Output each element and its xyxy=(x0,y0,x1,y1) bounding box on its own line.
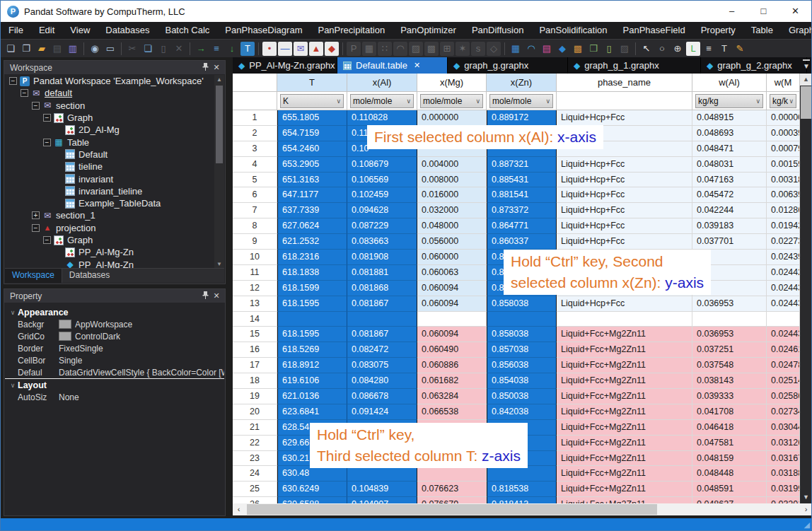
cell-wM-row-23[interactable]: 0.031676 xyxy=(767,451,800,467)
cell-xZn-row-6[interactable]: 0.881541 xyxy=(487,187,557,203)
scroll-left-icon[interactable]: ‹ xyxy=(233,503,245,515)
property-value[interactable]: Single xyxy=(59,356,82,366)
tree-item-example-tabledata[interactable]: Example_TableData xyxy=(5,197,214,209)
menu-panoptimizer[interactable]: PanOptimizer xyxy=(393,22,464,39)
cell-T-row-2[interactable]: 654.7159 xyxy=(277,126,347,141)
pointer-icon[interactable]: ↖ xyxy=(639,42,654,56)
line-calculation-icon[interactable]: ― xyxy=(278,42,292,56)
menu-panphasefield[interactable]: PanPhaseField xyxy=(615,22,693,39)
cell-T-row-25[interactable]: 630.6249 xyxy=(277,482,347,497)
cell-xAl-row-17[interactable]: 0.083075 xyxy=(347,358,417,373)
cell-wAl-row-8[interactable]: 0.039183 xyxy=(692,218,767,234)
scroll-thumb[interactable] xyxy=(801,86,811,119)
copy-icon[interactable]: ❏ xyxy=(141,42,155,56)
cell-xAl-row-5[interactable]: 0.106569 xyxy=(347,173,417,188)
curve-family-icon[interactable]: ◠ xyxy=(393,42,407,56)
cell-xZn-row-25[interactable]: 0.818538 xyxy=(487,482,557,497)
cell-T-row-24[interactable]: 630.48 xyxy=(277,466,347,482)
color-map-icon[interactable]: ▤ xyxy=(540,42,554,56)
cell-T-row-26[interactable]: 630.6588 xyxy=(277,497,347,503)
cell-xAl-row-9[interactable]: 0.083663 xyxy=(347,234,417,250)
cell-xMg-row-13[interactable]: 0.060094 xyxy=(417,296,487,312)
tree-item-pandat-workspace-example-workspace[interactable]: −PPandat Workspace 'Example_Workspace' xyxy=(5,75,214,87)
scroll-up-icon[interactable]: ▲ xyxy=(214,75,224,84)
cell-num-row-12[interactable]: 12 xyxy=(233,281,277,296)
new-file-icon[interactable]: ❏ xyxy=(4,42,18,56)
cell-xMg-row-15[interactable]: 0.060094 xyxy=(417,327,487,342)
property-section-appearance[interactable]: ∨Appearance xyxy=(5,306,224,318)
cell-wAl-row-13[interactable]: 0.036953 xyxy=(692,296,767,312)
cell-xZn-row-26[interactable]: 0.818413 xyxy=(487,497,557,503)
menu-file[interactable]: File xyxy=(1,22,31,39)
cell-phase-row-24[interactable]: Liquid+Fcc+Mg2Zn11 xyxy=(557,466,692,482)
maximize-icon[interactable]: □ xyxy=(748,1,779,22)
cell-xMg-row-12[interactable]: 0.060094 xyxy=(417,281,487,296)
cell-xMg-row-17[interactable]: 0.060886 xyxy=(417,358,487,373)
menu-panprecipitation[interactable]: PanPrecipitation xyxy=(310,22,393,39)
cell-wM-row-3[interactable]: 0.000796 xyxy=(767,141,800,157)
cell-T-row-4[interactable]: 653.2905 xyxy=(277,157,347,173)
cell-num-row-19[interactable]: 19 xyxy=(233,389,277,404)
cell-T-row-15[interactable]: 618.1595 xyxy=(277,327,347,342)
expander-icon[interactable]: − xyxy=(9,77,17,85)
cell-wAl-row-15[interactable]: 0.036953 xyxy=(692,327,767,342)
column-header-xZn[interactable]: x(Zn) xyxy=(487,74,557,92)
tree-item-tieline[interactable]: tieline xyxy=(5,161,214,173)
cell-num-row-21[interactable]: 21 xyxy=(233,420,277,436)
cell-phase-row-15[interactable]: Liquid+Fcc+Mg2Zn11 xyxy=(557,327,692,342)
cell-xZn-row-14[interactable] xyxy=(487,312,557,327)
cell-xMg-row-7[interactable]: 0.032000 xyxy=(417,203,487,218)
expander-icon[interactable]: − xyxy=(43,236,51,244)
cell-phase-row-1[interactable]: Liquid+Hcp+Fcc xyxy=(557,110,692,126)
cell-T-row-8[interactable]: 627.0624 xyxy=(277,218,347,234)
tab-workspace[interactable]: Workspace xyxy=(5,269,62,283)
unit-select-wAl[interactable]: kg/kg∨ xyxy=(695,94,763,108)
cell-phase-row-19[interactable]: Liquid+Fcc+Mg2Zn11 xyxy=(557,389,692,404)
vertical-scrollbar[interactable]: ▲ ▼ xyxy=(800,74,812,503)
cell-wM-row-12[interactable]: 0.024434 xyxy=(767,281,800,296)
cell-phase-row-6[interactable]: Liquid+Hcp+Fcc xyxy=(557,187,692,203)
cell-xZn-row-15[interactable]: 0.858038 xyxy=(487,327,557,342)
resize-grip-icon[interactable]: ◢ xyxy=(804,520,810,530)
cell-wAl-row-23[interactable]: 0.048159 xyxy=(692,451,767,467)
print-preview-icon[interactable]: ◉ xyxy=(88,42,102,56)
cell-wM-row-2[interactable]: 0.000398 xyxy=(767,126,800,141)
print-icon[interactable]: ▭ xyxy=(103,42,117,56)
cell-num-row-16[interactable]: 16 xyxy=(233,342,277,358)
diffusion-grid-icon[interactable]: ▩ xyxy=(424,42,439,56)
cell-T-row-9[interactable]: 621.2532 xyxy=(277,234,347,250)
load-result-icon[interactable]: ↓ xyxy=(225,42,239,56)
cell-phase-row-20[interactable]: Liquid+Fcc+Mg2Zn11 xyxy=(557,404,692,420)
cell-T-row-6[interactable]: 647.1177 xyxy=(277,187,347,203)
column-header-wAl[interactable]: w(Al) xyxy=(692,74,767,92)
cell-wAl-row-5[interactable]: 0.047163 xyxy=(692,173,767,188)
cell-num-row-25[interactable]: 25 xyxy=(233,482,277,497)
cell-xZn-row-8[interactable]: 0.864771 xyxy=(487,218,557,234)
close-panel-icon[interactable]: ✕ xyxy=(211,291,222,300)
expander-icon[interactable]: − xyxy=(43,114,51,122)
cell-T-row-18[interactable]: 619.6106 xyxy=(277,373,347,389)
cell-wM-row-25[interactable]: 0.031990 xyxy=(767,482,800,497)
tab-databases[interactable]: Databases xyxy=(62,269,117,283)
cell-num-row-26[interactable]: 26 xyxy=(233,497,277,503)
unit-select-xAl[interactable]: mole/mole∨ xyxy=(350,94,414,108)
cell-xMg-row-9[interactable]: 0.056000 xyxy=(417,234,487,250)
cell-wAl-row-4[interactable]: 0.048031 xyxy=(692,157,767,173)
cell-T-row-11[interactable]: 618.1838 xyxy=(277,265,347,281)
cell-num-row-8[interactable]: 8 xyxy=(233,218,277,234)
cell-T-row-17[interactable]: 618.8912 xyxy=(277,358,347,373)
menu-graph[interactable]: Graph xyxy=(781,22,812,39)
cell-xMg-row-11[interactable]: 0.060063 xyxy=(417,265,487,281)
cell-wM-row-26[interactable]: 0.032016 xyxy=(767,497,800,503)
diamond-3d-icon[interactable]: ◆ xyxy=(555,42,569,56)
cell-num-row-6[interactable]: 6 xyxy=(233,187,277,203)
cell-T-row-7[interactable]: 637.7339 xyxy=(277,203,347,218)
mesh-icon[interactable]: ⊞ xyxy=(440,42,454,56)
tree-item-default[interactable]: −✉default xyxy=(5,87,214,99)
cell-xAl-row-16[interactable]: 0.082472 xyxy=(347,342,417,358)
cell-num-row-5[interactable]: 5 xyxy=(233,173,277,188)
column-header-T[interactable]: T xyxy=(277,74,347,92)
cell-xAl-row-24[interactable] xyxy=(347,466,417,482)
cell-num-row-14[interactable]: 14 xyxy=(233,312,277,327)
cell-T-row-20[interactable]: 623.6841 xyxy=(277,404,347,420)
